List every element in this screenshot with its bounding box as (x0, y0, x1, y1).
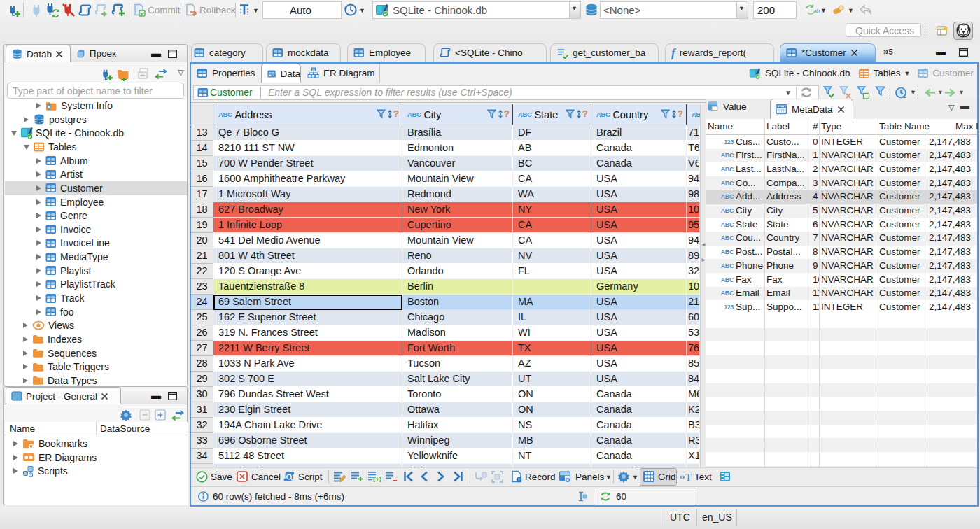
svg-text:T: T (685, 472, 692, 482)
svg-text:(+): (+) (373, 475, 382, 482)
svg-text:<>: <> (271, 72, 276, 77)
svg-text:‹›: ‹› (680, 472, 685, 481)
